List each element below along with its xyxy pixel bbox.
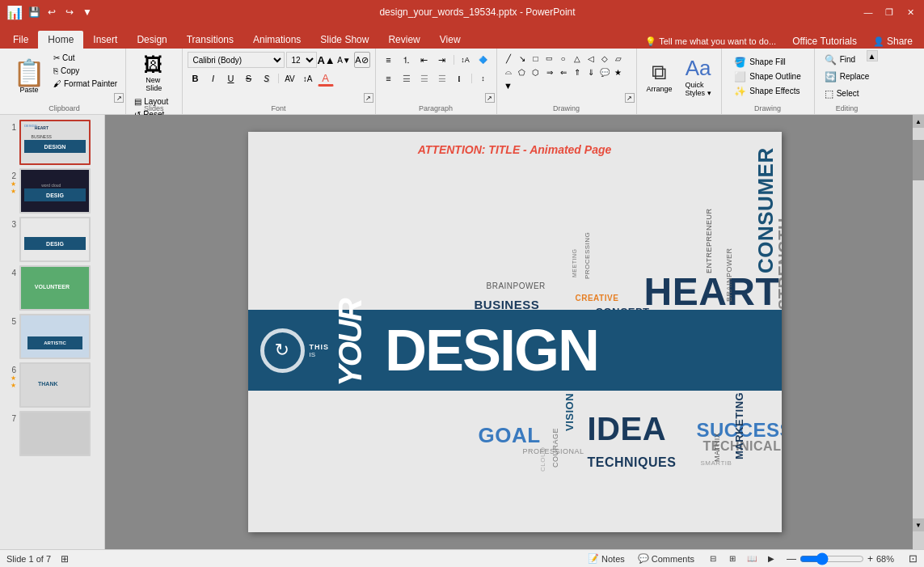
text-direction-button[interactable]: ↕A <box>300 70 316 87</box>
select-button[interactable]: ⬚ Select <box>821 87 873 101</box>
quick-styles-button[interactable]: Aa QuickStyles ▾ <box>681 54 716 99</box>
font-color-button[interactable]: A <box>318 70 334 87</box>
paragraph-expand[interactable]: ↗ <box>485 93 495 103</box>
trapezoid-shape[interactable]: ⌓ <box>502 66 515 78</box>
format-painter-button[interactable]: 🖌 Format Painter <box>50 78 120 90</box>
italic-button[interactable]: I <box>205 70 222 87</box>
normal-view-button[interactable]: ⊟ <box>704 552 722 566</box>
arrow-shape[interactable]: ↘ <box>516 52 529 65</box>
diamond-shape[interactable]: ◇ <box>598 52 611 65</box>
close-button[interactable]: ✕ <box>903 6 918 18</box>
drawing-expand[interactable]: ↗ <box>625 93 635 103</box>
comments-button[interactable]: 💬 Comments <box>635 552 698 565</box>
paste-button[interactable]: 📋 Paste <box>8 52 50 101</box>
line-shape[interactable]: ╱ <box>502 52 515 65</box>
copy-button[interactable]: ⎘ Copy <box>50 65 120 77</box>
scroll-up-arrow[interactable]: ▲ <box>913 115 924 128</box>
shape-fill-button[interactable]: 🪣 Shape Fill <box>731 56 804 69</box>
columns-button[interactable]: ⫿ <box>452 70 468 87</box>
share-button[interactable]: 👤 Share <box>868 34 918 49</box>
new-slide-button[interactable]: 🖼 NewSlide <box>137 52 170 94</box>
tab-view[interactable]: View <box>430 31 470 49</box>
align-left-button[interactable]: ≡ <box>381 70 397 87</box>
clear-format-button[interactable]: A⊘ <box>354 52 370 68</box>
font-size-select[interactable]: 12 <box>286 52 317 68</box>
rtriangle-shape[interactable]: ◁ <box>584 52 597 65</box>
slide-thumb-3[interactable]: 3DESIG <box>3 215 101 264</box>
font-expand[interactable]: ↗ <box>364 93 373 103</box>
tab-review[interactable]: Review <box>378 31 429 49</box>
hexagon-shape[interactable]: ⬡ <box>530 66 542 78</box>
font-family-select[interactable]: Calibri (Body) <box>188 52 285 68</box>
more-shapes[interactable]: ▼ <box>502 79 515 92</box>
slide-thumb-5[interactable]: 5ARTISTIC <box>3 312 101 361</box>
slide-thumb-6[interactable]: 6★THANK <box>3 361 101 409</box>
align-center-button[interactable]: ☰ <box>399 70 415 87</box>
scroll-down-arrow[interactable]: ▼ <box>913 518 924 531</box>
font-shrink-button[interactable]: A▼ <box>336 52 352 68</box>
char-spacing-button[interactable]: AV <box>282 70 298 87</box>
rect-shape[interactable]: □ <box>530 52 542 65</box>
tab-home[interactable]: Home <box>38 31 83 49</box>
undo-icon[interactable]: ↩ <box>45 6 58 19</box>
restore-button[interactable]: ❐ <box>882 6 897 18</box>
font-grow-button[interactable]: A▲ <box>319 52 335 68</box>
arrow-left-shape[interactable]: ⇐ <box>557 66 570 78</box>
replace-button[interactable]: 🔄 Replace <box>821 70 873 84</box>
customize-icon[interactable]: ▼ <box>81 6 94 19</box>
slide-area[interactable]: ATTENTION: TITLE - Animated Page BRAINPO… <box>105 115 924 549</box>
clipboard-expand[interactable]: ↗ <box>114 93 124 103</box>
decrease-indent-button[interactable]: ⇤ <box>416 52 432 68</box>
increase-indent-button[interactable]: ⇥ <box>434 52 450 68</box>
bold-button[interactable]: B <box>188 70 204 87</box>
fit-window-button[interactable]: ⊡ <box>909 552 918 565</box>
arrow-down-shape[interactable]: ⇓ <box>584 66 597 78</box>
tab-transitions[interactable]: Transitions <box>177 31 243 49</box>
slide-sorter-button[interactable]: ⊞ <box>724 552 741 566</box>
shape-effects-button[interactable]: ✨ Shape Effects <box>731 85 804 98</box>
numbered-list-button[interactable]: ⒈ <box>399 52 415 68</box>
align-right-button[interactable]: ☰ <box>416 70 432 87</box>
tab-insert[interactable]: Insert <box>83 31 127 49</box>
slide-thumb-2[interactable]: 2★DESIGword cloud <box>3 167 101 215</box>
slide-thumb-1[interactable]: 1 DESIGN HEART BUSINESS DESIGN <box>3 118 101 167</box>
zoom-out-button[interactable]: — <box>787 553 796 565</box>
reading-view-button[interactable]: 📖 <box>743 552 761 566</box>
save-icon[interactable]: 💾 <box>27 6 40 19</box>
justify-button[interactable]: ☰ <box>434 70 450 87</box>
redo-icon[interactable]: ↪ <box>63 6 76 19</box>
star-shape[interactable]: ★ <box>612 66 625 78</box>
strikethrough-button[interactable]: S <box>241 70 257 87</box>
shape-outline-button[interactable]: ⬜ Shape Outline <box>731 70 804 83</box>
slideshow-button[interactable]: ▶ <box>762 552 780 566</box>
slide-thumb-4[interactable]: 4VOLUNTEER <box>3 264 101 312</box>
ribbon-collapse-button[interactable]: ▲ <box>867 50 878 61</box>
underline-button[interactable]: U <box>223 70 239 87</box>
notes-button[interactable]: 📝 Notes <box>584 552 628 565</box>
callout-shape[interactable]: 💬 <box>598 66 611 78</box>
tab-animations[interactable]: Animations <box>243 31 310 49</box>
round-rect-shape[interactable]: ▭ <box>543 52 556 65</box>
bullet-list-button[interactable]: ≡ <box>381 52 397 68</box>
tab-file[interactable]: File <box>3 31 38 49</box>
oval-shape[interactable]: ○ <box>557 52 570 65</box>
find-button[interactable]: 🔍 Find <box>821 53 873 67</box>
text-direction-para-button[interactable]: ↕A <box>458 52 474 68</box>
zoom-in-button[interactable]: + <box>867 553 873 565</box>
scroll-thumb[interactable] <box>913 140 924 180</box>
cut-button[interactable]: ✂ Cut <box>50 52 120 64</box>
parallelogram-shape[interactable]: ▱ <box>612 52 625 65</box>
tab-design[interactable]: Design <box>127 31 176 49</box>
zoom-slider-input[interactable] <box>800 552 864 565</box>
line-spacing-button[interactable]: ↕ <box>475 70 492 87</box>
tell-me-box[interactable]: 💡 Tell me what you want to do... <box>640 35 781 49</box>
shadow-button[interactable]: S <box>259 70 275 87</box>
slide-thumb-7[interactable]: 7 <box>3 409 101 458</box>
office-tutorials-link[interactable]: Office Tutorials <box>787 34 862 49</box>
tab-slideshow[interactable]: Slide Show <box>310 31 378 49</box>
triangle-shape[interactable]: △ <box>571 52 584 65</box>
pentagon-shape[interactable]: ⬠ <box>516 66 529 78</box>
convert-to-smartart-button[interactable]: 🔷 <box>475 52 492 68</box>
arrow-right-shape[interactable]: ⇒ <box>543 66 556 78</box>
arrow-up-shape[interactable]: ⇑ <box>571 66 584 78</box>
